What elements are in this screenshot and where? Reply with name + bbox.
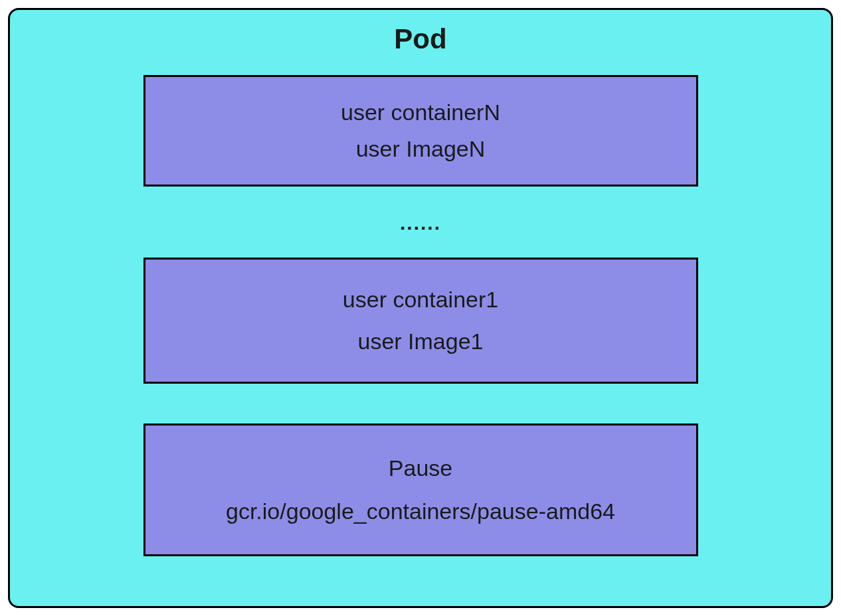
user-container-n-label: user containerN xyxy=(341,100,500,125)
user-container-1-box: user container1 user Image1 xyxy=(143,258,698,384)
user-container-1-label: user container1 xyxy=(343,287,498,313)
pause-name-label: Pause xyxy=(389,455,452,481)
user-image-n-label: user ImageN xyxy=(356,136,486,162)
pod-title: Pod xyxy=(394,23,446,55)
pause-container-box: Pause gcr.io/google_containers/pause-amd… xyxy=(143,424,698,556)
user-container-n-box: user containerN user ImageN xyxy=(143,75,698,187)
user-image-1-label: user Image1 xyxy=(358,329,484,354)
pod-container: Pod user containerN user ImageN ...... u… xyxy=(8,8,833,608)
pause-image-label: gcr.io/google_containers/pause-amd64 xyxy=(226,499,615,524)
ellipsis-separator: ...... xyxy=(400,212,441,234)
